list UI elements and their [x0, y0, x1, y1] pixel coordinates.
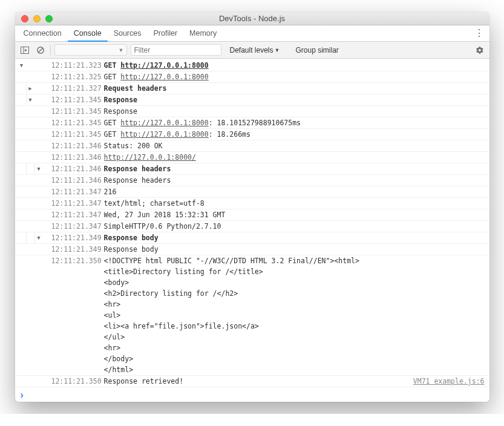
console-row[interactable]: 12:11:21.350Response retrieved!VM71 exam… [15, 376, 489, 387]
timestamp: 12:11:21.350 [51, 376, 102, 387]
console-settings-button[interactable] [474, 44, 486, 56]
console-row[interactable]: 12:11:21.349Response body [15, 244, 489, 255]
log-message: text/html; charset=utf-8 [104, 198, 205, 209]
close-window-button[interactable] [21, 15, 28, 22]
timestamp: 12:11:21.345 [51, 117, 102, 128]
log-message: Response [104, 94, 137, 105]
svg-line-4 [38, 48, 42, 52]
execution-context-select[interactable]: ▼ [54, 44, 127, 56]
titlebar: DevTools - Node.js [15, 12, 489, 25]
timestamp: 12:11:21.345 [51, 94, 102, 105]
url-link[interactable]: http://127.0.0.1:8000 [120, 119, 208, 127]
log-message: Response retrieved! [104, 376, 184, 387]
log-message: <!DOCTYPE html PUBLIC "-//W3C//DTD HTML … [104, 255, 359, 375]
devtools-window: DevTools - Node.js Connection Console So… [15, 12, 489, 402]
log-message: Status: 200 OK [104, 140, 163, 151]
console-row[interactable]: 12:11:21.346Response headers [15, 175, 489, 186]
timestamp: 12:11:21.325 [51, 71, 102, 82]
group-similar-toggle[interactable]: Group similar [295, 46, 338, 54]
url-link[interactable]: http://127.0.0.1:8000 [120, 130, 208, 139]
timestamp: 12:11:21.350 [51, 255, 102, 266]
disclosure-triangle-icon[interactable] [34, 163, 43, 174]
console-row[interactable]: 12:11:21.345Response [15, 106, 489, 117]
url-link[interactable]: http://127.0.0.1:8000 [120, 73, 208, 81]
more-options-button[interactable]: ⋮ [474, 28, 485, 38]
disclosure-triangle-icon[interactable] [18, 60, 26, 71]
log-message: Wed, 27 Jun 2018 15:32:31 GMT [104, 209, 226, 220]
tab-sources[interactable]: Sources [108, 25, 148, 41]
console-row[interactable]: 12:11:21.325GET http://127.0.0.1:8000 [15, 71, 489, 83]
console-row[interactable]: 12:11:21.346http://127.0.0.1:8000/ [15, 152, 489, 163]
console-row[interactable]: 12:11:21.346Status: 200 OK [15, 140, 489, 152]
log-message: Response headers [104, 175, 171, 186]
timestamp: 12:11:21.346 [51, 175, 102, 186]
timestamp: 12:11:21.349 [51, 232, 102, 243]
timestamp: 12:11:21.346 [51, 152, 102, 163]
log-message: GET http://127.0.0.1:8000 [104, 60, 209, 71]
disclosure-triangle-icon[interactable] [26, 83, 34, 94]
console-prompt[interactable]: › [15, 388, 489, 402]
console-row[interactable]: 12:11:21.347SimpleHTTP/0.6 Python/2.7.10 [15, 221, 489, 232]
tab-console[interactable]: Console [68, 26, 108, 42]
timestamp: 12:11:21.346 [51, 163, 102, 174]
tab-connection[interactable]: Connection [18, 25, 68, 41]
timestamp: 12:11:21.349 [51, 244, 102, 255]
log-message: GET http://127.0.0.1:8000: 18.1015279889… [104, 117, 301, 128]
log-message: SimpleHTTP/0.6 Python/2.7.10 [104, 221, 221, 232]
log-message: Request headers [104, 83, 167, 94]
console-row[interactable]: 12:11:21.347text/html; charset=utf-8 [15, 198, 489, 209]
timestamp: 12:11:21.347 [51, 221, 102, 232]
timestamp: 12:11:21.347 [51, 186, 102, 197]
console-row[interactable]: 12:11:21.323GET http://127.0.0.1:8000 [15, 60, 489, 71]
console-row[interactable]: 12:11:21.345GET http://127.0.0.1:8000: 1… [15, 129, 489, 140]
log-message: GET http://127.0.0.1:8000 [104, 71, 209, 82]
console-row[interactable]: 12:11:21.327Request headers [15, 83, 489, 94]
toggle-sidebar-button[interactable] [19, 44, 31, 56]
console-output: 12:11:21.323GET http://127.0.0.1:800012:… [15, 59, 489, 388]
log-message: Response body [104, 232, 159, 243]
url-link[interactable]: http://127.0.0.1:8000 [120, 61, 208, 70]
chevron-down-icon: ▼ [119, 47, 124, 53]
timestamp: 12:11:21.346 [51, 140, 102, 151]
log-levels-label: Default levels [230, 46, 273, 54]
console-row[interactable]: 12:11:21.347216 [15, 186, 489, 198]
panel-tabs: Connection Console Sources Profiler Memo… [15, 25, 489, 42]
timestamp: 12:11:21.345 [51, 106, 102, 117]
log-message: Response headers [104, 163, 171, 174]
console-row[interactable]: 12:11:21.349Response body [15, 232, 489, 244]
zoom-window-button[interactable] [45, 15, 53, 22]
svg-marker-2 [25, 49, 27, 51]
log-message: Response [104, 106, 137, 117]
log-levels-select[interactable]: Default levels ▼ [230, 46, 280, 54]
log-message: http://127.0.0.1:8000/ [104, 152, 196, 163]
console-row[interactable]: 12:11:21.350<!DOCTYPE html PUBLIC "-//W3… [15, 255, 489, 376]
disclosure-triangle-icon[interactable] [26, 94, 34, 105]
timestamp: 12:11:21.323 [51, 60, 102, 71]
console-row[interactable]: 12:11:21.346Response headers [15, 163, 489, 175]
disclosure-triangle-icon[interactable] [34, 232, 43, 243]
timestamp: 12:11:21.347 [51, 198, 102, 209]
console-row[interactable]: 12:11:21.345Response [15, 94, 489, 106]
log-message: Response body [104, 244, 159, 255]
console-row[interactable]: 12:11:21.345GET http://127.0.0.1:8000: 1… [15, 117, 489, 129]
console-row[interactable]: 12:11:21.347Wed, 27 Jun 2018 15:32:31 GM… [15, 209, 489, 221]
window-title: DevTools - Node.js [15, 14, 489, 23]
log-message: 216 [104, 186, 117, 197]
minimize-window-button[interactable] [33, 15, 41, 22]
console-toolbar: ▼ Default levels ▼ Group similar [15, 42, 489, 59]
tab-memory[interactable]: Memory [183, 25, 223, 41]
timestamp: 12:11:21.327 [51, 83, 102, 94]
clear-console-button[interactable] [34, 44, 47, 56]
console-filter-input[interactable] [131, 44, 221, 56]
tab-profiler[interactable]: Profiler [147, 25, 183, 41]
prompt-caret-icon: › [21, 390, 24, 401]
timestamp: 12:11:21.347 [51, 209, 102, 220]
source-link[interactable]: VM71 example.js:6 [401, 376, 485, 387]
log-message: GET http://127.0.0.1:8000: 18.266ms [104, 129, 250, 140]
url-link[interactable]: http://127.0.0.1:8000/ [104, 153, 196, 162]
timestamp: 12:11:21.345 [51, 129, 102, 140]
chevron-down-icon: ▼ [275, 47, 280, 53]
